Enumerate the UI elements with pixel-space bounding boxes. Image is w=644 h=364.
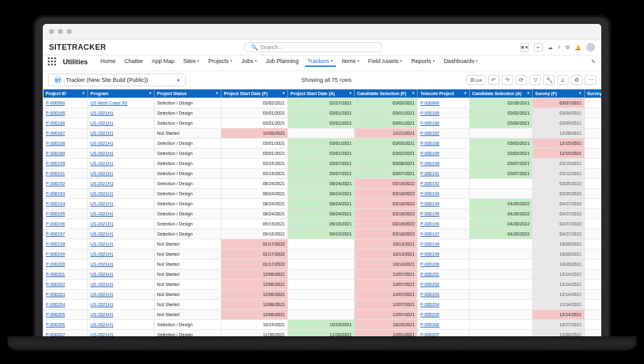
project-id-cell[interactable]: P-000206 (43, 320, 88, 330)
nav-item-home[interactable]: Home (98, 57, 118, 67)
column-header[interactable]: Program▼ (87, 89, 154, 98)
program-cell[interactable]: US-2021H1 (87, 169, 154, 179)
telecom-project-cell[interactable]: P-000192 (418, 179, 470, 189)
telecom-project-cell[interactable]: P-000197 (418, 229, 470, 239)
telecom-project-cell[interactable]: P-000066 (418, 98, 470, 108)
nav-item-reports[interactable]: Reports▾ (409, 57, 438, 67)
program-cell[interactable]: US-2021H1 (87, 219, 154, 229)
gear-icon[interactable]: ⚙ (565, 45, 570, 50)
salesforce-icon[interactable]: ☁ (548, 45, 553, 50)
telecom-project-cell[interactable]: P-000199 (418, 249, 470, 259)
nav-item-projects[interactable]: Projects▾ (206, 57, 235, 67)
program-cell[interactable]: US-2021H1 (87, 149, 154, 159)
redo-button[interactable]: ↷ (502, 75, 513, 85)
nav-item-field-assets[interactable]: Field Assets▾ (366, 57, 406, 67)
program-cell[interactable]: US-2021H1 (87, 320, 154, 330)
telecom-project-cell[interactable]: P-000198 (418, 239, 470, 249)
nav-item-jobs[interactable]: Jobs▾ (239, 57, 260, 67)
project-id-cell[interactable]: P-000202 (43, 280, 88, 290)
column-header[interactable]: Telecom Project▼ (418, 89, 470, 98)
project-id-cell[interactable]: P-000191 (43, 169, 88, 179)
telecom-project-cell[interactable]: P-000195 (418, 209, 470, 219)
column-header[interactable]: Project Status▼ (154, 89, 221, 98)
project-id-cell[interactable]: P-000188 (43, 139, 88, 149)
program-cell[interactable]: US-2021H1 (87, 128, 154, 139)
program-cell[interactable]: US-2021H1 (87, 290, 154, 300)
column-header[interactable]: Candidate Selection (F)▼ (355, 89, 418, 98)
program-cell[interactable]: US-2021H1 (87, 270, 154, 280)
app-launcher-icon[interactable] (48, 57, 57, 66)
project-id-cell[interactable]: P-000190 (43, 159, 88, 169)
column-header[interactable]: Candidate Selection (A)▼ (469, 89, 532, 98)
telecom-project-cell[interactable]: P-000188 (418, 139, 470, 149)
program-cell[interactable]: US-2021H1 (87, 310, 154, 320)
avatar[interactable] (586, 43, 595, 52)
telecom-project-cell[interactable]: P-000185 (418, 108, 470, 118)
telecom-project-cell[interactable]: P-000206 (418, 320, 470, 330)
project-id-cell[interactable]: P-000203 (43, 290, 88, 300)
filter-button[interactable]: ▽ (530, 75, 541, 85)
project-id-cell[interactable]: P-000200 (43, 259, 88, 270)
telecom-project-cell[interactable]: P-000204 (418, 300, 470, 310)
program-cell[interactable]: US-2021H1 (87, 229, 154, 239)
telecom-project-cell[interactable]: P-000203 (418, 290, 470, 300)
project-id-cell[interactable]: P-000204 (43, 300, 88, 310)
nav-item-dashboards[interactable]: Dashboards▾ (441, 57, 481, 67)
edit-nav-icon[interactable]: ✎ (591, 59, 596, 65)
global-search[interactable]: 🔍 Search... (244, 42, 382, 52)
refresh-button[interactable]: ⟳ (516, 75, 527, 85)
telecom-project-cell[interactable]: P-000201 (418, 270, 470, 280)
tracker-selector[interactable]: ST Tracker (New Site Build (Public)) ▼ (48, 74, 186, 86)
nav-item-trackers[interactable]: Trackers▾ (305, 57, 336, 67)
project-id-cell[interactable]: P-000201 (43, 270, 88, 280)
telecom-project-cell[interactable]: P-000193 (418, 189, 470, 199)
telecom-project-cell[interactable]: P-000189 (418, 149, 470, 159)
undo-button[interactable]: ↶ (488, 75, 499, 85)
program-cell[interactable]: US West Coast 5G (87, 98, 154, 108)
project-id-cell[interactable]: P-000066 (43, 98, 88, 108)
program-cell[interactable]: US-2021H1 (87, 280, 154, 290)
project-id-cell[interactable]: P-000195 (43, 209, 88, 219)
telecom-project-cell[interactable]: P-000202 (418, 280, 470, 290)
telecom-project-cell[interactable]: P-000196 (418, 219, 470, 229)
program-cell[interactable]: US-2021H1 (87, 179, 154, 189)
download-button[interactable]: ⤓ (557, 75, 569, 85)
nav-item-app-map[interactable]: App Map (149, 57, 177, 67)
favorites-button[interactable]: ★▾ (520, 43, 529, 52)
project-id-cell[interactable]: P-000205 (43, 310, 88, 320)
add-button[interactable]: ＋ (534, 43, 543, 52)
project-id-cell[interactable]: P-000192 (43, 179, 88, 189)
program-cell[interactable]: US-2021H1 (87, 189, 154, 199)
program-cell[interactable]: US-2021H1 (87, 239, 154, 249)
telecom-project-cell[interactable]: P-000190 (418, 159, 470, 169)
telecom-project-cell[interactable]: P-000194 (418, 199, 470, 209)
project-id-cell[interactable]: P-000199 (43, 249, 88, 259)
project-id-cell[interactable]: P-000196 (43, 219, 88, 229)
telecom-project-cell[interactable]: P-000191 (418, 169, 470, 179)
telecom-project-cell[interactable]: P-000187 (418, 128, 470, 139)
program-cell[interactable]: US-2021H1 (87, 108, 154, 118)
program-cell[interactable]: US-2021H1 (87, 139, 154, 149)
tools-button[interactable]: 🔧 (543, 75, 555, 85)
project-id-cell[interactable]: P-000186 (43, 118, 88, 128)
column-header[interactable]: Project Start Date (A)▼ (288, 89, 355, 98)
more-button[interactable]: ⋯ (585, 75, 596, 85)
project-id-cell[interactable]: P-000193 (43, 189, 88, 199)
column-header[interactable]: Survey (A)▼ (584, 89, 601, 98)
notifications-icon[interactable]: 🔔 (575, 45, 581, 50)
column-header[interactable]: Survey (F)▼ (533, 89, 585, 98)
program-cell[interactable]: US-2021H1 (87, 300, 154, 310)
column-header[interactable]: Project ID▼ (43, 89, 88, 98)
nav-item-items[interactable]: Items▾ (340, 57, 362, 67)
program-cell[interactable]: US-2021H1 (87, 199, 154, 209)
project-id-cell[interactable]: P-000194 (43, 199, 88, 209)
project-id-cell[interactable]: P-000197 (43, 229, 88, 239)
program-cell[interactable]: US-2021H1 (87, 259, 154, 270)
program-cell[interactable]: US-2021H1 (87, 118, 154, 128)
telecom-project-cell[interactable]: P-000205 (418, 310, 470, 320)
nav-item-sites[interactable]: Sites▾ (180, 57, 202, 67)
settings-button[interactable]: ⚙ (571, 75, 582, 85)
telecom-project-cell[interactable]: P-000200 (418, 259, 470, 270)
help-icon[interactable]: ? (558, 45, 560, 50)
nav-item-job-planning[interactable]: Job Planning (264, 57, 301, 67)
